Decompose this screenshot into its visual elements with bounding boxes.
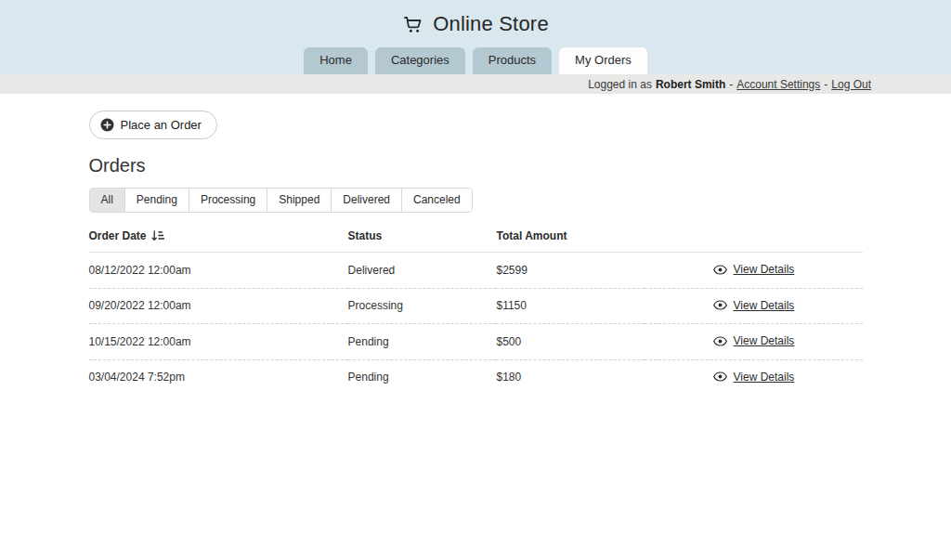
order-status-cell: Pending [348, 359, 497, 395]
eye-icon [713, 265, 727, 275]
column-header-total-amount: Total Amount [496, 221, 645, 253]
order-row: 10/15/2022 12:00am Pending $500 View Det… [89, 324, 863, 360]
order-amount-cell: $500 [496, 324, 645, 360]
eye-icon [713, 371, 727, 382]
order-amount-cell: $1150 [496, 288, 645, 324]
view-details-link[interactable]: View Details [713, 371, 795, 384]
filter-canceled[interactable]: Canceled [402, 189, 472, 212]
filter-processing[interactable]: Processing [189, 189, 267, 212]
place-order-label: Place an Order [121, 118, 202, 132]
view-details-link[interactable]: View Details [713, 263, 795, 276]
nav-tab-products[interactable]: Products [473, 47, 552, 74]
main-nav: Home Categories Products My Orders [0, 47, 951, 74]
place-order-button[interactable]: Place an Order [89, 111, 217, 139]
order-status-filters: All Pending Processing Shipped Delivered… [89, 188, 473, 213]
filter-delivered[interactable]: Delivered [332, 189, 402, 212]
username: Robert Smith [656, 78, 725, 91]
view-details-link[interactable]: View Details [713, 299, 795, 312]
order-status-cell: Pending [348, 324, 497, 360]
view-details-label: View Details [734, 371, 795, 384]
eye-icon [713, 300, 727, 310]
nav-tab-home[interactable]: Home [304, 47, 368, 74]
order-date-cell: 03/04/2024 7:52pm [89, 359, 348, 395]
app-title: Online Store [433, 12, 549, 36]
shopping-cart-icon [402, 13, 424, 35]
column-header-status: Status [348, 221, 497, 253]
eye-icon [713, 336, 727, 346]
view-details-link[interactable]: View Details [713, 334, 795, 347]
view-details-label: View Details [734, 263, 795, 276]
view-details-label: View Details [734, 299, 795, 312]
order-row: 08/12/2022 12:00am Delivered $2599 View … [89, 253, 863, 289]
brand: Online Store [0, 0, 951, 36]
column-header-actions [645, 221, 862, 253]
logged-in-prefix: Logged in as [588, 78, 652, 91]
filter-pending[interactable]: Pending [125, 189, 189, 212]
nav-tab-categories[interactable]: Categories [375, 47, 465, 74]
logout-link[interactable]: Log Out [831, 78, 871, 91]
filter-shipped[interactable]: Shipped [267, 189, 332, 212]
order-amount-cell: $180 [496, 359, 645, 395]
account-settings-link[interactable]: Account Settings [736, 78, 820, 91]
order-status-cell: Delivered [348, 253, 497, 289]
order-status-cell: Processing [348, 288, 497, 324]
sort-ascending-icon [151, 230, 164, 242]
filter-all[interactable]: All [90, 189, 125, 212]
orders-table: Order Date Status Total Amount 08 [89, 221, 863, 395]
order-row: 03/04/2024 7:52pm Pending $180 View Deta… [89, 359, 863, 395]
column-header-order-date[interactable]: Order Date [89, 221, 348, 253]
order-amount-cell: $2599 [496, 253, 645, 289]
order-date-header-label: Order Date [89, 229, 147, 242]
page-title: Orders [89, 155, 863, 176]
separator: - [824, 78, 827, 91]
separator: - [729, 78, 733, 91]
view-details-label: View Details [734, 334, 795, 347]
table-header-row: Order Date Status Total Amount [89, 221, 863, 253]
main-content: Place an Order Orders All Pending Proces… [89, 94, 863, 395]
order-date-cell: 08/12/2022 12:00am [89, 253, 348, 289]
order-date-cell: 09/20/2022 12:00am [89, 288, 348, 324]
order-row: 09/20/2022 12:00am Processing $1150 View… [89, 288, 863, 324]
app-header: Online Store Home Categories Products My… [0, 0, 951, 74]
user-bar: Logged in as Robert Smith - Account Sett… [0, 74, 951, 94]
nav-tab-my-orders[interactable]: My Orders [559, 47, 647, 74]
plus-circle-icon [100, 118, 114, 132]
order-date-cell: 10/15/2022 12:00am [89, 324, 348, 360]
